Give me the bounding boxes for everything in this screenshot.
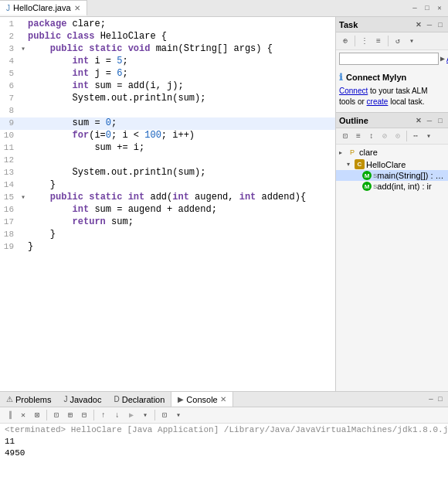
- outline-section: Outline ✕ ─ □ ⊡ ≡ ↕ ⊘ ⊙ ⋯ ▾ ▸Pclare ▾CHe…: [336, 113, 448, 391]
- code-line: 2 public class HelloClare {: [0, 31, 335, 43]
- code-token: .println(sum);: [128, 93, 206, 104]
- console-tab-icon: D: [114, 395, 119, 403]
- console-tab-close[interactable]: ✕: [220, 395, 226, 403]
- tree-expand-icon[interactable]: ▸: [339, 149, 347, 156]
- tree-type-icon: P: [347, 147, 358, 158]
- console-tab-label: Console: [186, 395, 217, 404]
- console-tool-6[interactable]: ↓: [111, 409, 124, 421]
- task-icon-2[interactable]: ≡: [372, 35, 385, 47]
- task-icon-1[interactable]: ⋮: [358, 35, 371, 47]
- line-number: 13: [0, 168, 19, 177]
- task-max-button[interactable]: □: [436, 21, 445, 29]
- task-toolbar: ⊕ ⋮ ≡ ↺ ▾: [336, 32, 448, 50]
- code-text: sum = 0;: [28, 117, 117, 128]
- fold-marker[interactable]: ▾: [19, 44, 28, 53]
- code-token: return: [73, 216, 106, 227]
- outline-tool-2[interactable]: ≡: [352, 130, 365, 142]
- console-tab-javadoc[interactable]: JJavadoc: [57, 392, 107, 407]
- outline-tree-item[interactable]: MSmain(String[]) : …: [336, 170, 448, 181]
- code-text: int i = 5;: [28, 56, 128, 66]
- outline-tree-item[interactable]: ▸Pclare: [336, 146, 448, 158]
- console-min-button[interactable]: ─: [426, 396, 436, 403]
- line-number: 9: [0, 118, 19, 128]
- console-dropdown-2[interactable]: ▾: [172, 409, 185, 421]
- console-win-controls: ─ □: [426, 396, 448, 403]
- editor-close-button[interactable]: ✕: [434, 3, 445, 14]
- outline-tree[interactable]: ▸Pclare ▾CHelloClare MSmain(String[]) : …: [336, 145, 448, 391]
- console-tool-2[interactable]: ⊡: [50, 409, 63, 421]
- code-text: package clare;: [28, 19, 106, 29]
- console-tool-7[interactable]: ▶: [125, 409, 137, 421]
- code-token: [28, 130, 73, 141]
- console-tool-3[interactable]: ⊞: [64, 409, 76, 421]
- console-tool-1[interactable]: ▐: [3, 409, 15, 421]
- outline-tool-5[interactable]: ⊙: [392, 130, 404, 142]
- java-file-icon: J: [6, 4, 10, 12]
- code-text: public static void main(String[] args) {: [28, 43, 273, 54]
- code-token: sum;: [106, 216, 134, 227]
- console-tab-problems[interactable]: ⚠Problems: [0, 392, 57, 407]
- console-stop-button[interactable]: ⊠: [31, 409, 43, 421]
- task-dropdown-arrow[interactable]: ▾: [406, 35, 418, 47]
- code-token: [122, 192, 127, 203]
- outline-tool-6[interactable]: ⋯: [409, 130, 422, 142]
- outline-tool-3[interactable]: ↕: [365, 130, 378, 142]
- fold-marker[interactable]: ▾: [19, 192, 28, 202]
- task-search-input[interactable]: [339, 53, 439, 65]
- outline-tree-item[interactable]: ▾CHelloClare: [336, 158, 448, 170]
- right-panel: Task ✕ ─ □ ⊕ ⋮ ≡ ↺ ▾ ▶ All ▾: [336, 17, 448, 391]
- outline-tool-1[interactable]: ⊡: [339, 130, 351, 142]
- code-text: int j = 6;: [28, 68, 128, 79]
- outline-max-button[interactable]: □: [436, 117, 445, 124]
- code-area[interactable]: 1 package clare;2 public class HelloClar…: [0, 17, 335, 391]
- console-tab-console[interactable]: ▶Console✕: [171, 392, 232, 407]
- editor-panel: 1 package clare;2 public class HelloClar…: [0, 17, 336, 391]
- console-sep3: [154, 410, 155, 420]
- code-token: int: [73, 56, 90, 66]
- code-line: 11 sum += i;: [0, 142, 335, 155]
- tree-indent: [338, 171, 355, 180]
- outline-dropdown-arrow[interactable]: ▾: [423, 130, 435, 142]
- code-token: [28, 216, 73, 227]
- console-max-button[interactable]: □: [436, 396, 445, 403]
- console-output-line: 4950: [5, 448, 443, 460]
- editor-tab[interactable]: J HelloClare.java ✕: [0, 0, 87, 16]
- console-tool-4[interactable]: ⊟: [78, 409, 90, 421]
- tree-expand-icon[interactable]: ▾: [347, 161, 355, 168]
- code-token: [28, 204, 73, 215]
- console-tab-declaration[interactable]: DDeclaration: [107, 392, 171, 407]
- console-tool-5[interactable]: ↑: [97, 409, 110, 421]
- code-token: ;: [122, 56, 127, 66]
- console-dropdown-1[interactable]: ▾: [139, 409, 151, 421]
- outline-tree-item[interactable]: MSadd(int, int) : ir: [336, 181, 448, 192]
- console-tool-8[interactable]: ⊡: [158, 409, 171, 421]
- editor-max-button[interactable]: □: [422, 3, 433, 14]
- code-line: 5 int j = 6;: [0, 68, 335, 80]
- code-token: ; i <: [111, 130, 144, 141]
- task-close-icon[interactable]: ✕: [414, 21, 423, 29]
- task-min-button[interactable]: ─: [425, 21, 434, 29]
- line-number: 8: [0, 106, 19, 115]
- line-number: 2: [0, 32, 19, 41]
- task-filter-expand-icon[interactable]: ▶: [440, 54, 445, 63]
- code-token: System.: [28, 93, 111, 104]
- line-number: 16: [0, 205, 19, 214]
- code-token: (i=: [89, 130, 106, 141]
- code-text: for(i=0; i < 100; i++): [28, 130, 195, 141]
- create-link[interactable]: create: [367, 97, 389, 106]
- console-clear-button[interactable]: ✕: [17, 409, 29, 421]
- code-token: void: [128, 43, 151, 54]
- outline-min-button[interactable]: ─: [425, 117, 434, 124]
- task-icon-3[interactable]: ↺: [392, 35, 404, 47]
- code-token: out: [111, 93, 128, 104]
- outline-close-icon[interactable]: ✕: [414, 117, 423, 124]
- code-line: 16 int sum = augend + addend;: [0, 204, 335, 216]
- outline-tool-4[interactable]: ⊘: [378, 130, 391, 142]
- editor-min-button[interactable]: ─: [409, 3, 420, 14]
- task-new-icon[interactable]: ⊕: [339, 35, 351, 47]
- tree-item-label: clare: [359, 148, 378, 157]
- task-panel-controls: ✕ ─ □: [414, 21, 445, 29]
- connect-link[interactable]: Connect: [339, 87, 368, 95]
- code-token: [122, 43, 127, 54]
- editor-tab-close[interactable]: ✕: [74, 4, 80, 12]
